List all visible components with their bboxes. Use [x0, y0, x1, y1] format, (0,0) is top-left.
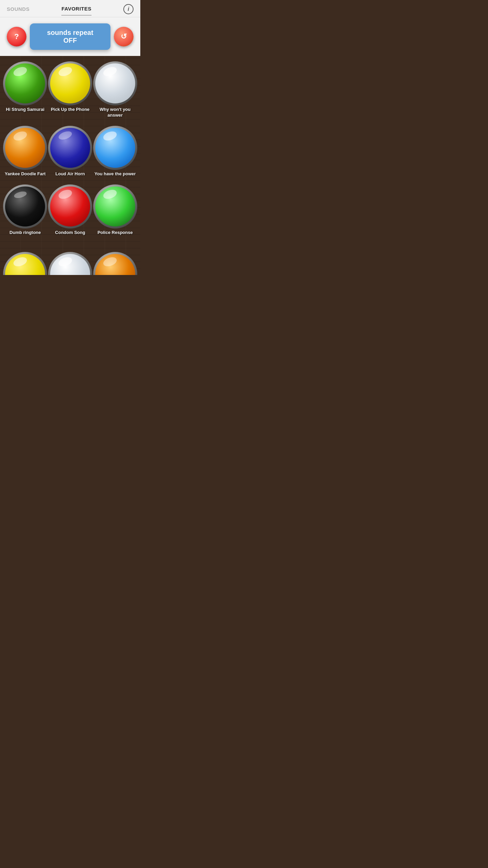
sound-item-hi-strung[interactable]: Hi Strung Samurai — [3, 59, 48, 124]
status-tooltip: sounds repeat OFF — [30, 23, 110, 50]
sound-item-you-have-power[interactable]: You have the power — [93, 124, 138, 182]
sound-button-inner-yankee-doodle — [5, 128, 45, 168]
sound-button-pick-up-phone[interactable] — [50, 63, 90, 103]
question-icon: ? — [14, 32, 19, 41]
sound-button-why-wont-answer[interactable] — [95, 63, 135, 103]
sound-label-pick-up-phone: Pick Up the Phone — [51, 107, 89, 113]
sound-button-bottom-1[interactable] — [5, 254, 45, 275]
bottom-partial-grid — [0, 248, 140, 275]
sound-label-police-response: Police Response — [98, 230, 133, 236]
sound-button-inner-bottom-1 — [5, 254, 45, 275]
sound-item-bottom-1[interactable] — [3, 251, 48, 275]
tab-bar: SOUNDS FAVORITES i — [0, 0, 140, 17]
sound-button-inner-hi-strung — [5, 63, 45, 103]
sound-button-hi-strung[interactable] — [5, 63, 45, 103]
sound-label-yankee-doodle: Yankee Doodle Fart — [5, 171, 46, 177]
sound-label-you-have-power: You have the power — [95, 171, 136, 177]
sound-item-police-response[interactable]: Police Response — [93, 182, 138, 241]
repeat-button[interactable]: ↺ — [114, 27, 134, 46]
sound-label-hi-strung: Hi Strung Samurai — [6, 107, 44, 113]
sound-button-bottom-2[interactable] — [50, 254, 90, 275]
sound-button-inner-bottom-3 — [95, 254, 135, 275]
sound-button-dumb-ringtone[interactable] — [5, 186, 45, 226]
sound-button-inner-loud-air-horn — [50, 128, 90, 168]
sound-button-inner-why-wont-answer — [95, 63, 135, 103]
sound-button-inner-police-response — [95, 186, 135, 226]
sounds-grid: Hi Strung SamuraiPick Up the PhoneWhy wo… — [0, 56, 140, 248]
sound-label-loud-air-horn: Loud Air Horn — [56, 171, 85, 177]
sound-item-why-wont-answer[interactable]: Why won't you answer — [93, 59, 138, 124]
sound-button-loud-air-horn[interactable] — [50, 128, 90, 168]
sound-item-bottom-2[interactable] — [48, 251, 93, 275]
sound-item-condom-song[interactable]: Condom Song — [48, 182, 93, 241]
sound-button-condom-song[interactable] — [50, 186, 90, 226]
sound-label-why-wont-answer: Why won't you answer — [94, 107, 136, 118]
sound-button-yankee-doodle[interactable] — [5, 128, 45, 168]
sound-button-inner-you-have-power — [95, 128, 135, 168]
sound-label-dumb-ringtone: Dumb ringtone — [9, 230, 41, 236]
sound-item-loud-air-horn[interactable]: Loud Air Horn — [48, 124, 93, 182]
sound-button-bottom-3[interactable] — [95, 254, 135, 275]
sound-item-bottom-3[interactable] — [93, 251, 138, 275]
sound-button-inner-pick-up-phone — [50, 63, 90, 103]
sound-label-condom-song: Condom Song — [55, 230, 85, 236]
question-button[interactable]: ? — [7, 27, 26, 46]
tab-sounds[interactable]: SOUNDS — [7, 6, 29, 15]
sound-button-inner-condom-song — [50, 186, 90, 226]
sound-button-inner-dumb-ringtone — [5, 186, 45, 226]
sound-button-police-response[interactable] — [95, 186, 135, 226]
sound-item-pick-up-phone[interactable]: Pick Up the Phone — [48, 59, 93, 124]
sound-button-inner-bottom-2 — [50, 254, 90, 275]
tab-favorites[interactable]: FAVORITES — [61, 6, 91, 16]
controls-area: ? sounds repeat OFF ↺ — [0, 17, 140, 56]
info-icon[interactable]: i — [123, 4, 134, 14]
sound-item-yankee-doodle[interactable]: Yankee Doodle Fart — [3, 124, 48, 182]
sound-button-you-have-power[interactable] — [95, 128, 135, 168]
sound-item-dumb-ringtone[interactable]: Dumb ringtone — [3, 182, 48, 241]
repeat-icon: ↺ — [121, 32, 127, 41]
sounds-container: Hi Strung SamuraiPick Up the PhoneWhy wo… — [0, 56, 140, 275]
